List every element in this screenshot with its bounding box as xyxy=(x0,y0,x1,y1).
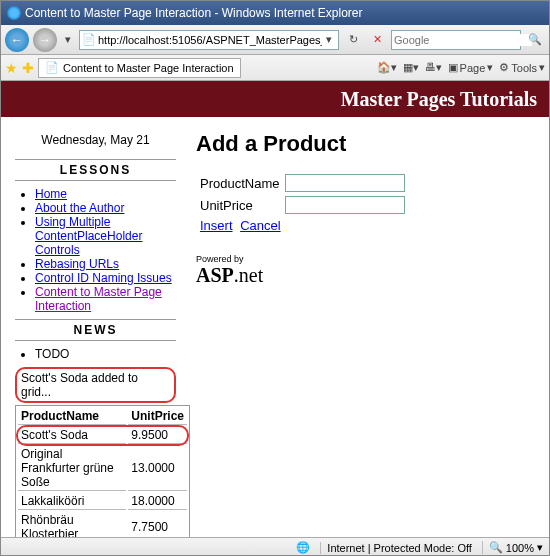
recent-dropdown[interactable]: ▾ xyxy=(61,33,75,46)
refresh-button[interactable]: ↻ xyxy=(343,30,363,50)
table-row: Original Frankfurter grüne Soße 13.0000 xyxy=(18,446,187,491)
tab-toolbar: ★ ✚ 📄 Content to Master Page Interaction… xyxy=(1,55,549,81)
tools-menu[interactable]: ⚙ Tools ▾ xyxy=(499,61,545,74)
home-button[interactable]: 🏠▾ xyxy=(377,61,397,74)
cancel-link[interactable]: Cancel xyxy=(240,218,280,233)
link-rebasing[interactable]: Rebasing URLs xyxy=(35,257,119,271)
zone-label: Internet | Protected Mode: Off xyxy=(320,542,472,554)
site-header: Master Pages Tutorials xyxy=(1,81,549,117)
news-item: TODO xyxy=(35,347,176,361)
browser-tab[interactable]: 📄 Content to Master Page Interaction xyxy=(38,58,241,78)
aspnet-logo: ASP.net xyxy=(196,264,539,287)
link-controlid[interactable]: Control ID Naming Issues xyxy=(35,271,172,285)
page-heading: Add a Product xyxy=(196,131,539,157)
product-grid: ProductName UnitPrice Scott's Soda 9.950… xyxy=(15,405,190,537)
news-heading: NEWS xyxy=(15,319,176,341)
search-input[interactable] xyxy=(394,34,532,46)
stop-button[interactable]: ✕ xyxy=(367,30,387,50)
input-productname[interactable] xyxy=(285,174,405,192)
zoom-control[interactable]: 🔍 100% ▾ xyxy=(482,541,543,554)
back-button[interactable]: ← xyxy=(5,28,29,52)
ie-icon xyxy=(7,6,21,20)
sidebar: Wednesday, May 21 LESSONS Home About the… xyxy=(1,117,186,537)
table-row: Lakkalikööri 18.0000 xyxy=(18,493,187,510)
url-dropdown[interactable]: ▾ xyxy=(322,33,336,46)
status-bar: 🌐 Internet | Protected Mode: Off 🔍 100% … xyxy=(1,537,549,556)
window-titlebar: Content to Master Page Interaction - Win… xyxy=(1,1,549,25)
status-message: Scott's Soda added to grid... xyxy=(15,367,176,403)
link-multiple[interactable]: Using Multiple ContentPlaceHolder Contro… xyxy=(35,215,142,257)
internet-zone-icon: 🌐 xyxy=(296,541,310,554)
label-unitprice: UnitPrice xyxy=(198,195,281,215)
page-menu[interactable]: ▣ Page ▾ xyxy=(448,61,494,74)
url-input[interactable] xyxy=(96,34,322,46)
powered-by: Powered by ASP.net xyxy=(196,254,539,287)
tab-title: Content to Master Page Interaction xyxy=(63,62,234,74)
input-unitprice[interactable] xyxy=(285,196,405,214)
forward-button[interactable]: → xyxy=(33,28,57,52)
lessons-list: Home About the Author Using Multiple Con… xyxy=(15,187,176,313)
search-button[interactable]: 🔍 xyxy=(525,30,545,50)
table-row: Scott's Soda 9.9500 xyxy=(18,427,187,444)
feeds-button[interactable]: ▦▾ xyxy=(403,61,419,74)
link-about[interactable]: About the Author xyxy=(35,201,124,215)
table-row: Rhönbräu Klosterbier 7.7500 xyxy=(18,512,187,537)
page-icon: 📄 xyxy=(82,33,96,46)
lessons-heading: LESSONS xyxy=(15,159,176,181)
search-bar[interactable] xyxy=(391,30,521,50)
label-productname: ProductName xyxy=(198,173,281,193)
news-list: TODO xyxy=(15,347,176,361)
tab-page-icon: 📄 xyxy=(45,61,59,74)
col-unitprice: UnitPrice xyxy=(128,408,187,425)
window-title: Content to Master Page Interaction - Win… xyxy=(25,6,363,20)
date-label: Wednesday, May 21 xyxy=(15,133,176,147)
add-favorite-icon[interactable]: ✚ xyxy=(22,60,34,76)
site-title: Master Pages Tutorials xyxy=(341,88,537,111)
col-productname: ProductName xyxy=(18,408,126,425)
nav-toolbar: ← → ▾ 📄 ▾ ↻ ✕ 🔍 xyxy=(1,25,549,55)
favorites-icon[interactable]: ★ xyxy=(5,60,18,76)
print-button[interactable]: 🖶▾ xyxy=(425,61,442,74)
address-bar[interactable]: 📄 ▾ xyxy=(79,30,339,50)
main-content: Add a Product ProductName UnitPrice Inse… xyxy=(186,117,549,537)
link-content-master[interactable]: Content to Master Page Interaction xyxy=(35,285,162,313)
insert-link[interactable]: Insert xyxy=(200,218,233,233)
link-home[interactable]: Home xyxy=(35,187,67,201)
add-product-form: ProductName UnitPrice Insert Cancel xyxy=(196,171,409,236)
